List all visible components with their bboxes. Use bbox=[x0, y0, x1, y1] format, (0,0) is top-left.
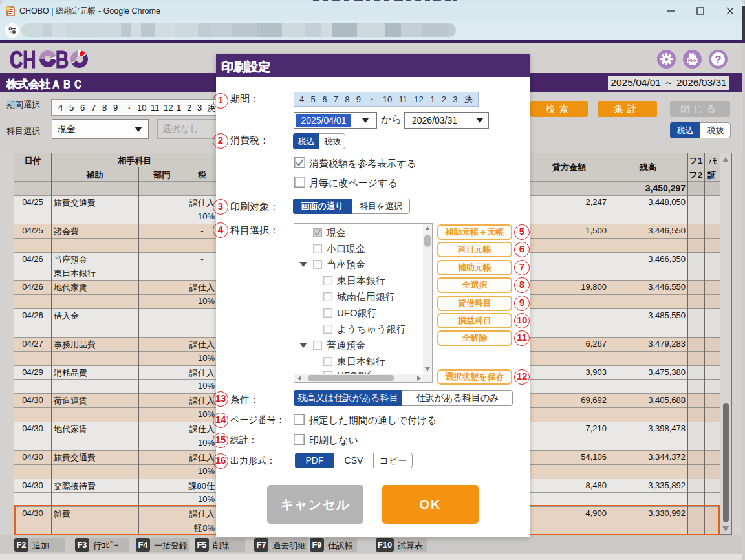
svg-text:PDF: PDF bbox=[688, 58, 696, 63]
svg-text:?: ? bbox=[715, 54, 721, 66]
